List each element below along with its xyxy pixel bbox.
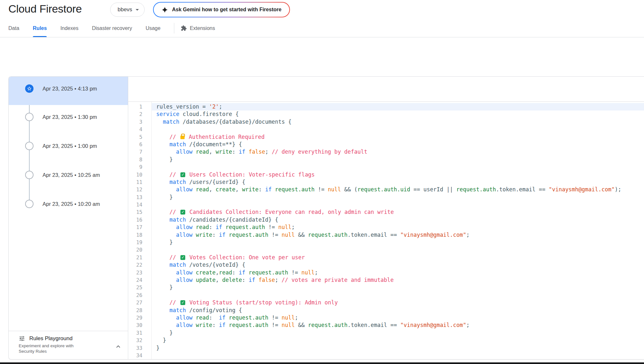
check-icon xyxy=(180,210,185,215)
line-number: 24 xyxy=(128,276,151,284)
code-line[interactable]: 29 allow read: if request.auth != null; xyxy=(128,314,644,321)
check-icon xyxy=(180,172,185,177)
line-number: 32 xyxy=(128,337,151,344)
code-line[interactable]: 31 } xyxy=(128,329,644,337)
line-number: 29 xyxy=(128,314,151,321)
code-line[interactable]: 21 // Votes Collection: One vote per use… xyxy=(128,254,644,261)
gemini-sparkle-icon xyxy=(161,6,168,13)
tab-extensions[interactable]: Extensions xyxy=(181,19,215,37)
tab-bar: Data Rules Indexes Disaster recovery Usa… xyxy=(0,19,644,37)
line-number: 2 xyxy=(128,110,151,118)
line-number: 10 xyxy=(128,171,151,178)
code-line[interactable]: 23 allow create,read: if request.auth !=… xyxy=(128,269,644,276)
code-line[interactable]: 10 // Users Collection: Voter-specific f… xyxy=(128,171,644,178)
code-line[interactable]: 28 match /config/voting { xyxy=(128,307,644,314)
code-text: allow write: if request.auth != null && … xyxy=(151,321,470,329)
code-line[interactable]: 19 } xyxy=(128,239,644,246)
code-line[interactable]: 4 xyxy=(128,126,644,133)
code-lines[interactable]: 1rules_version = '2';2service cloud.fire… xyxy=(128,102,644,359)
code-line[interactable]: 34 xyxy=(128,352,644,359)
code-text: } xyxy=(151,329,173,337)
version-circle-icon xyxy=(25,142,34,150)
code-line[interactable]: 8 } xyxy=(128,156,644,163)
code-text: rules_version = '2'; xyxy=(151,103,222,110)
version-item[interactable]: Apr 23, 2025 • 1:00 pm xyxy=(9,134,128,163)
code-line[interactable]: 2service cloud.firestore { xyxy=(128,110,644,118)
tabbar-divider xyxy=(174,23,174,34)
version-item[interactable]: Apr 23, 2025 • 1:30 pm xyxy=(9,105,128,134)
code-line[interactable]: 17 allow read: if request.auth != null; xyxy=(128,224,644,231)
firestore-rules-page: Cloud Firestore bbevs Ask Gemini how to … xyxy=(0,0,644,364)
code-line[interactable]: 26 xyxy=(128,292,644,299)
code-line[interactable]: 18 allow write: if request.auth != null … xyxy=(128,231,644,239)
line-number: 26 xyxy=(128,292,151,299)
version-item[interactable]: Apr 23, 2025 • 10:25 am xyxy=(9,163,128,192)
line-number: 14 xyxy=(128,201,151,208)
line-number: 3 xyxy=(128,118,151,126)
code-line[interactable]: 22 match /votes/{voteId} { xyxy=(128,261,644,269)
code-line[interactable]: 27 // Voting Status (start/stop voting):… xyxy=(128,299,644,306)
version-timestamp: Apr 23, 2025 • 10:25 am xyxy=(43,171,100,179)
database-selector[interactable]: bbevs xyxy=(110,3,145,17)
code-text: // Authentication Required xyxy=(151,133,264,141)
page-header: Cloud Firestore bbevs Ask Gemini how to … xyxy=(0,0,644,19)
active-version-star-icon xyxy=(25,84,34,93)
code-line[interactable]: 20 xyxy=(128,246,644,254)
code-text: allow update, delete: if false; // votes… xyxy=(151,276,394,284)
code-text: match /votes/{voteId} { xyxy=(151,261,245,269)
tab-data[interactable]: Data xyxy=(8,19,19,37)
code-text xyxy=(151,292,156,299)
rules-panel: Apr 23, 2025 • 4:13 pm Apr 23, 2025 • 1:… xyxy=(8,76,644,359)
tab-rules[interactable]: Rules xyxy=(33,19,47,37)
code-line[interactable]: 32 } xyxy=(128,337,644,344)
tab-usage[interactable]: Usage xyxy=(146,19,160,37)
version-circle-icon xyxy=(25,200,34,208)
ask-gemini-button-inner: Ask Gemini how to get started with Fires… xyxy=(154,3,289,17)
code-text: match /{document=**} { xyxy=(151,141,242,148)
code-line[interactable]: 16 match /candidates/{candidateId} { xyxy=(128,216,644,224)
code-line[interactable]: 9 xyxy=(128,163,644,171)
code-line[interactable]: 3 match /databases/{database}/documents … xyxy=(128,118,644,126)
code-line[interactable]: 6 match /{document=**} { xyxy=(128,141,644,148)
ask-gemini-button[interactable]: Ask Gemini how to get started with Fires… xyxy=(153,2,290,17)
line-number: 20 xyxy=(128,246,151,254)
code-line[interactable]: 1rules_version = '2'; xyxy=(128,103,644,110)
database-selector-label: bbevs xyxy=(118,6,132,13)
version-item[interactable]: Apr 23, 2025 • 10:20 am xyxy=(9,192,128,221)
version-item-current[interactable]: Apr 23, 2025 • 4:13 pm xyxy=(9,77,128,105)
line-number: 34 xyxy=(128,352,151,359)
code-text: } xyxy=(151,337,166,344)
code-line[interactable]: 14 xyxy=(128,201,644,208)
line-number: 25 xyxy=(128,284,151,291)
code-line[interactable]: 5 // Authentication Required xyxy=(128,133,644,141)
code-line[interactable]: 12 allow read, create, write: if request… xyxy=(128,186,644,193)
line-number: 17 xyxy=(128,224,151,231)
playground-subtitle: Experiment and explore with Security Rul… xyxy=(19,343,86,354)
line-number: 22 xyxy=(128,261,151,269)
rules-version-timeline: Apr 23, 2025 • 4:13 pm Apr 23, 2025 • 1:… xyxy=(9,77,128,359)
code-text: } xyxy=(151,284,173,291)
dropdown-caret-icon xyxy=(133,6,141,14)
editor-toolbar xyxy=(128,77,644,102)
tab-indexes[interactable]: Indexes xyxy=(60,19,78,37)
line-number: 18 xyxy=(128,231,151,239)
line-number: 21 xyxy=(128,254,151,261)
code-line[interactable]: 24 allow update, delete: if false; // vo… xyxy=(128,276,644,284)
code-line[interactable]: 11 match /users/{userId} { xyxy=(128,178,644,186)
code-line[interactable]: 7 allow read, write: if false; // deny e… xyxy=(128,148,644,156)
code-line[interactable]: 30 allow write: if request.auth != null … xyxy=(128,321,644,329)
line-number: 12 xyxy=(128,186,151,193)
rules-playground-button[interactable]: Rules Playground Experiment and explore … xyxy=(9,331,128,359)
line-number: 9 xyxy=(128,163,151,171)
code-text xyxy=(151,126,156,133)
code-line[interactable]: 33} xyxy=(128,344,644,352)
code-line[interactable]: 13 } xyxy=(128,194,644,201)
code-text: match /candidates/{candidateId} { xyxy=(151,216,278,224)
code-text xyxy=(151,163,156,171)
tune-icon xyxy=(19,335,25,342)
code-line[interactable]: 25 } xyxy=(128,284,644,291)
code-text: allow create,read: if request.auth != nu… xyxy=(151,269,318,276)
code-line[interactable]: 15 // Candidates Collection: Everyone ca… xyxy=(128,208,644,216)
tab-disaster-recovery[interactable]: Disaster recovery xyxy=(92,19,132,37)
collapse-chevron-icon[interactable] xyxy=(114,343,122,350)
